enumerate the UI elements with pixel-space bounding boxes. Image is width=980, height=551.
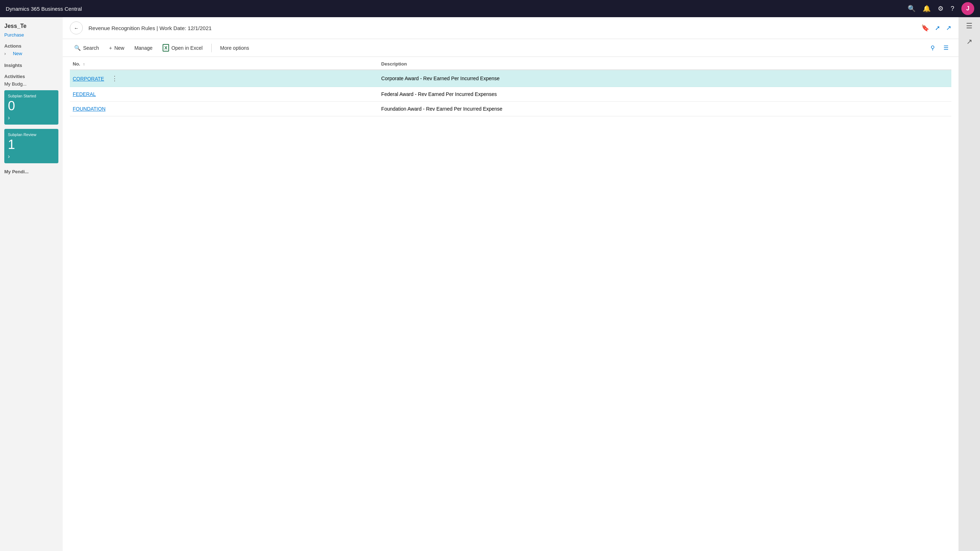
more-options-button[interactable]: More options bbox=[216, 43, 254, 53]
more-options-label: More options bbox=[220, 45, 249, 51]
sidebar-card-1-title: Subplan Review bbox=[8, 132, 55, 137]
top-nav: Dynamics 365 Business Central 🔍 🔔 ⚙ ? J bbox=[0, 0, 980, 17]
new-btn-label: New bbox=[114, 45, 124, 51]
filter-button[interactable]: ⚲ bbox=[928, 42, 938, 53]
search-icon[interactable]: 🔍 bbox=[908, 5, 916, 13]
expand-icon[interactable]: ↗ bbox=[946, 24, 951, 32]
row-description: Foundation Award - Rev Earned Per Incurr… bbox=[378, 102, 951, 116]
toolbar: 🔍 Search + New Manage X Open in Excel Mo… bbox=[63, 39, 959, 57]
row-no-link[interactable]: FEDERAL bbox=[73, 91, 96, 97]
toolbar-right: ⚲ ☰ bbox=[928, 42, 951, 53]
table-row[interactable]: FOUNDATIONFoundation Award - Rev Earned … bbox=[70, 102, 951, 116]
data-table: No. ↑ Description CORPORATE⋮Corporate Aw… bbox=[70, 57, 951, 116]
new-btn-icon: + bbox=[109, 45, 112, 51]
top-nav-icons: 🔍 🔔 ⚙ ? J bbox=[908, 2, 974, 15]
toolbar-separator bbox=[211, 44, 212, 52]
row-no-link[interactable]: CORPORATE bbox=[73, 76, 104, 82]
sidebar-new-action[interactable]: New bbox=[7, 51, 22, 56]
excel-icon: X bbox=[162, 44, 169, 52]
excel-btn-label: Open in Excel bbox=[171, 45, 202, 51]
sidebar-username: Jess_Te bbox=[4, 23, 58, 29]
open-new-window-icon[interactable]: ➚ bbox=[935, 24, 940, 32]
expand-right-icon[interactable]: ↗ bbox=[966, 37, 972, 46]
manage-button[interactable]: Manage bbox=[130, 43, 157, 53]
sidebar-activities-label: Activities bbox=[4, 74, 58, 79]
dialog-panel: ← Revenue Recognition Rules | Work Date:… bbox=[63, 17, 959, 551]
row-actions-icon[interactable]: ⋮ bbox=[110, 75, 119, 82]
back-icon: ← bbox=[74, 25, 78, 31]
table-row[interactable]: FEDERALFederal Award - Rev Earned Per In… bbox=[70, 87, 951, 102]
hamburger-icon[interactable]: ☰ bbox=[966, 21, 972, 30]
avatar[interactable]: J bbox=[961, 2, 974, 15]
app-title: Dynamics 365 Business Central bbox=[6, 6, 82, 12]
sidebar-card-0-title: Subplan Started bbox=[8, 94, 55, 98]
sidebar-card-1-chevron[interactable]: › bbox=[8, 153, 55, 160]
right-strip: ☰ ↗ bbox=[959, 17, 980, 551]
filter-icon: ⚲ bbox=[931, 45, 935, 51]
list-view-button[interactable]: ☰ bbox=[940, 42, 951, 53]
table-container: No. ↑ Description CORPORATE⋮Corporate Aw… bbox=[63, 57, 959, 551]
dialog-header-icons: 🔖 ➚ ↗ bbox=[921, 24, 951, 32]
help-icon[interactable]: ? bbox=[951, 5, 954, 13]
search-button[interactable]: 🔍 Search bbox=[70, 43, 103, 53]
row-no-link[interactable]: FOUNDATION bbox=[73, 106, 106, 112]
sidebar-purchase[interactable]: Purchase bbox=[4, 32, 58, 38]
sort-icon: ↑ bbox=[83, 62, 85, 66]
sidebar: Jess_Te Purchase Actions › New Insights … bbox=[0, 17, 63, 551]
back-button[interactable]: ← bbox=[70, 21, 83, 34]
content-area: ← Revenue Recognition Rules | Work Date:… bbox=[63, 17, 980, 551]
row-description: Corporate Award - Rev Earned Per Incurre… bbox=[378, 70, 951, 87]
open-in-excel-button[interactable]: X Open in Excel bbox=[158, 42, 207, 54]
dialog-title: Revenue Recognition Rules | Work Date: 1… bbox=[89, 25, 921, 31]
sidebar-my-pending: My Pendi... bbox=[4, 169, 58, 175]
sidebar-card-0-chevron[interactable]: › bbox=[8, 114, 55, 121]
sidebar-insights-label: Insights bbox=[4, 63, 58, 68]
search-btn-icon: 🔍 bbox=[74, 45, 81, 51]
col-header-description[interactable]: Description bbox=[378, 57, 951, 70]
row-description: Federal Award - Rev Earned Per Incurred … bbox=[378, 87, 951, 102]
notification-icon[interactable]: 🔔 bbox=[923, 5, 931, 13]
dialog-header: ← Revenue Recognition Rules | Work Date:… bbox=[63, 17, 959, 39]
settings-icon[interactable]: ⚙ bbox=[938, 5, 943, 13]
sidebar-actions-item: › New bbox=[4, 50, 58, 57]
list-icon: ☰ bbox=[943, 45, 948, 51]
sidebar-card-0-number: 0 bbox=[8, 100, 55, 113]
main-layout: Jess_Te Purchase Actions › New Insights … bbox=[0, 17, 980, 551]
new-button[interactable]: + New bbox=[105, 43, 129, 53]
bookmark-icon[interactable]: 🔖 bbox=[921, 24, 929, 32]
search-btn-label: Search bbox=[83, 45, 99, 51]
sidebar-card-1-number: 1 bbox=[8, 138, 55, 151]
sidebar-card-1[interactable]: Subplan Review 1 › bbox=[4, 129, 58, 163]
sidebar-actions-label: Actions bbox=[4, 43, 58, 49]
manage-btn-label: Manage bbox=[134, 45, 153, 51]
sidebar-my-budget: My Budg... bbox=[4, 81, 58, 87]
col-header-no[interactable]: No. ↑ bbox=[70, 57, 378, 70]
sidebar-card-0[interactable]: Subplan Started 0 › bbox=[4, 90, 58, 125]
table-row[interactable]: CORPORATE⋮Corporate Award - Rev Earned P… bbox=[70, 70, 951, 87]
